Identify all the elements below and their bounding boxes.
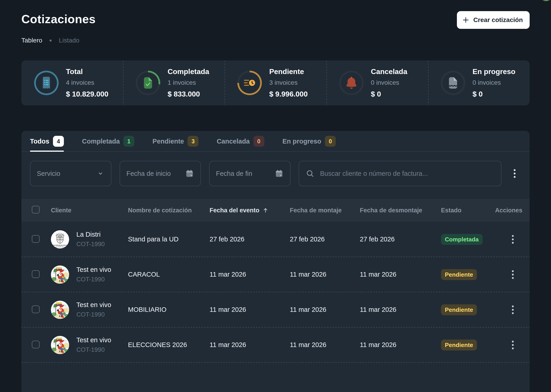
quote-name: Stand para la UD	[128, 236, 210, 243]
client-name: Test en vivo	[76, 266, 111, 273]
row-checkbox[interactable]	[32, 341, 40, 348]
filters-more-button[interactable]	[508, 165, 521, 182]
create-quote-button[interactable]: Crear cotización	[457, 11, 530, 29]
stat-cancelada-label: Cancelada	[371, 67, 407, 76]
row-actions-button[interactable]	[507, 302, 518, 317]
table-row[interactable]: UNIVERSIDAD DISTRI CO JOSÉ DE C La Distr…	[21, 222, 530, 257]
stat-pendiente-count: 3 invoices	[269, 79, 308, 86]
row-actions-button[interactable]	[507, 232, 518, 247]
setup-date: 11 mar 2026	[290, 271, 360, 278]
tab-cancelada[interactable]: Cancelada 0	[217, 131, 264, 152]
tab-cancelada-count-badge: 0	[253, 136, 264, 147]
stat-total-label: Total	[66, 67, 108, 76]
stat-pendiente: Pendiente 3 invoices $ 9.996.000	[225, 60, 326, 105]
stat-cancelada: Cancelada 0 invoices $ 0	[326, 60, 428, 105]
tab-en-progreso-count-badge: 0	[325, 136, 336, 147]
calendar-icon	[185, 169, 194, 178]
kebab-icon	[512, 270, 514, 279]
kebab-icon	[512, 235, 514, 244]
stat-completada: Completada 1 invoices $ 833.000	[123, 60, 225, 105]
event-date: 11 mar 2026	[210, 341, 290, 349]
create-quote-label: Crear cotización	[473, 16, 523, 24]
tab-cancelada-label: Cancelada	[217, 138, 250, 145]
quote-code: COT-1990	[76, 346, 111, 353]
stat-en-progreso-ring	[441, 71, 465, 95]
tab-completada[interactable]: Completada 1	[82, 131, 134, 152]
column-header-fecha-desmontaje[interactable]: Fecha de desmontaje	[360, 207, 441, 214]
breadcrumb: Tablero Listado	[21, 37, 96, 44]
column-header-fecha-evento[interactable]: Fecha del evento	[210, 207, 290, 214]
row-checkbox[interactable]	[32, 235, 40, 243]
sort-asc-arrow-icon	[262, 207, 269, 214]
row-actions-button[interactable]	[507, 267, 518, 282]
row-checkbox[interactable]	[32, 306, 40, 313]
row-actions-button[interactable]	[507, 338, 518, 352]
stat-en-progreso-count: 0 invoices	[472, 79, 515, 86]
client-avatar-parrot	[51, 301, 69, 319]
breadcrumb-separator-icon	[50, 40, 52, 42]
tab-en-progreso[interactable]: En progreso 0	[283, 131, 336, 152]
teardown-date: 11 mar 2026	[360, 341, 441, 349]
invoice-list-card: Todos 4 Completada 1 Pendiente 3 Cancela…	[21, 131, 530, 392]
teardown-date: 11 mar 2026	[360, 306, 441, 313]
column-header-acciones: Acciones	[495, 207, 523, 214]
stat-en-progreso: En progreso 0 invoices $ 0	[428, 60, 530, 105]
status-badge: Pendiente	[441, 304, 477, 315]
svg-text:UNIVERSIDAD DISTRI: UNIVERSIDAD DISTRI	[52, 244, 68, 246]
breadcrumb-listado: Listado	[59, 37, 79, 44]
invoices-page: Cotizaciones Tablero Listado Crear cotiz…	[0, 0, 551, 392]
stat-pendiente-ring	[237, 71, 262, 95]
quote-code: COT-1990	[76, 311, 111, 318]
service-filter-select[interactable]: Servicio	[30, 161, 111, 186]
column-header-cliente[interactable]: Cliente	[51, 207, 128, 214]
table-row[interactable]: Test en vivo COT-1990 ELECCIONES 2026 11…	[21, 327, 530, 363]
start-date-picker[interactable]: Fecha de inicio	[120, 161, 201, 186]
receipt-icon	[40, 76, 53, 90]
stat-en-progreso-amount: $ 0	[472, 90, 515, 98]
setup-date: 11 mar 2026	[290, 306, 360, 313]
column-header-nombre[interactable]: Nombre de cotización	[128, 207, 210, 214]
table-row[interactable]: Test en vivo COT-1990 CARACOL 11 mar 202…	[21, 257, 530, 292]
invoice-analytics-card: Total 4 invoices $ 10.829.000 Completada…	[21, 60, 530, 105]
tab-todos[interactable]: Todos 4	[30, 131, 64, 152]
stat-completada-amount: $ 833.000	[168, 90, 209, 98]
client-name: Test en vivo	[76, 336, 111, 344]
table-header-row: Cliente Nombre de cotización Fecha del e…	[21, 199, 530, 222]
file-check-icon	[141, 76, 155, 90]
column-header-estado[interactable]: Estado	[441, 207, 495, 214]
row-checkbox[interactable]	[32, 270, 40, 278]
status-badge: Pendiente	[441, 269, 477, 280]
start-date-label: Fecha de inicio	[126, 170, 171, 177]
stat-total-count: 4 invoices	[66, 79, 108, 86]
table-row[interactable]: Test en vivo COT-1990 MOBILIARIO 11 mar …	[21, 292, 530, 327]
client-name: La Distri	[76, 231, 105, 238]
quote-name: MOBILIARIO	[128, 306, 210, 313]
stat-pendiente-label: Pendiente	[269, 67, 308, 76]
search-input[interactable]	[320, 170, 495, 177]
event-date: 27 feb 2026	[210, 236, 290, 243]
client-avatar-parrot	[51, 336, 69, 354]
select-all-checkbox[interactable]	[32, 206, 40, 213]
client-avatar-crest: UNIVERSIDAD DISTRI CO JOSÉ DE C	[51, 230, 69, 248]
kebab-icon	[512, 306, 514, 314]
user-avatar[interactable]	[540, 0, 551, 1]
quote-code: COT-1990	[76, 241, 105, 248]
chevron-down-icon	[96, 169, 105, 178]
end-date-label: Fecha de fin	[216, 170, 252, 177]
column-header-fecha-montaje[interactable]: Fecha de montaje	[290, 207, 360, 214]
quotes-table: Cliente Nombre de cotización Fecha del e…	[21, 199, 530, 363]
stat-pendiente-amount: $ 9.996.000	[269, 90, 308, 98]
tab-pendiente[interactable]: Pendiente 3	[152, 131, 199, 152]
page-title: Cotizaciones	[21, 13, 96, 25]
filters-bar: Servicio Fecha de inicio Fecha de fin	[21, 152, 530, 186]
service-filter-label: Servicio	[37, 170, 60, 177]
time-lines-icon	[243, 76, 256, 90]
end-date-picker[interactable]: Fecha de fin	[209, 161, 291, 186]
file-torn-icon	[446, 76, 460, 90]
breadcrumb-tablero[interactable]: Tablero	[21, 37, 42, 44]
stat-total-ring	[34, 71, 59, 95]
quote-name: CARACOL	[128, 271, 210, 278]
svg-text:CO JOSÉ DE C: CO JOSÉ DE C	[56, 246, 64, 248]
teardown-date: 11 mar 2026	[360, 271, 441, 278]
status-badge: Pendiente	[441, 340, 477, 350]
